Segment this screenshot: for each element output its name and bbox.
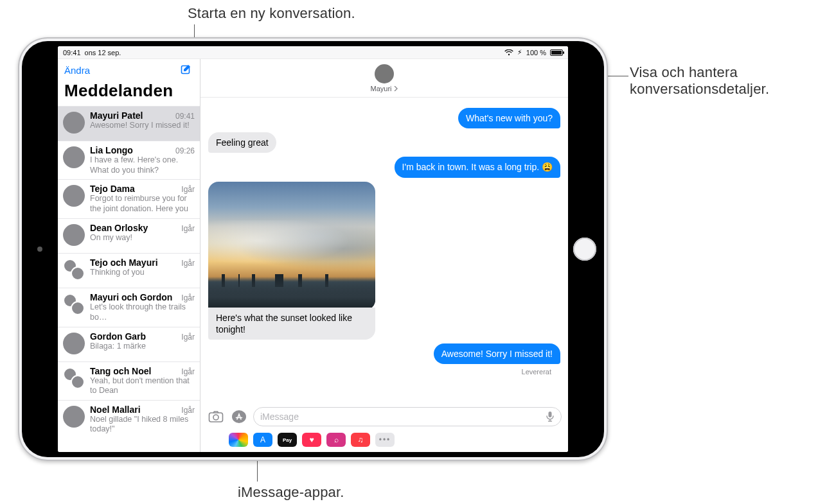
message-received-image: Here's what the sunset looked like tonig… [208, 182, 560, 340]
message-bubble[interactable]: Feeling great [208, 132, 276, 153]
chevron-right-icon [393, 86, 398, 91]
conversation-preview: Forgot to reimburse you for the joint do… [90, 194, 195, 214]
conversation-time: Igår [181, 259, 195, 268]
conversation-preview: Thinking of you [90, 268, 195, 278]
home-button[interactable] [573, 238, 596, 261]
message-bubble[interactable]: I'm back in town. It was a long trip. 😩 [395, 157, 560, 177]
front-camera [37, 247, 42, 252]
avatar [63, 333, 85, 354]
conversation-preview: Noel gillade "I hiked 8 miles today!" [90, 415, 195, 435]
avatar [63, 367, 85, 389]
imessage-app-strip[interactable]: APay♥⌕♫••• [200, 430, 568, 452]
svg-rect-4 [549, 412, 552, 417]
svg-point-3 [232, 410, 246, 423]
conversation-time: Igår [181, 406, 195, 415]
callout-compose: Starta en ny konversation. [188, 5, 355, 22]
ipad-frame: 09:41 ons 12 sep. ⚡︎ 100 % Ändra [18, 37, 608, 461]
conversation-preview: I have a few. Here's one. What do you th… [90, 155, 195, 175]
screen: 09:41 ons 12 sep. ⚡︎ 100 % Ändra [58, 46, 568, 452]
avatar [63, 112, 85, 134]
input-row: iMessage [200, 403, 568, 430]
avatar [63, 293, 85, 315]
conversation-time: Igår [181, 224, 195, 233]
conversation-item[interactable]: Tejo och MayuriIgårThinking of you [58, 253, 200, 288]
avatar [63, 185, 85, 207]
message-bubble[interactable]: Here's what the sunset looked like tonig… [208, 308, 375, 340]
conversation-name: Tang och Noel [90, 366, 151, 376]
avatar [63, 224, 85, 246]
message-placeholder: iMessage [260, 412, 299, 422]
imessage-app-store[interactable]: A [253, 433, 272, 447]
conversation-time: 09:41 [175, 112, 195, 121]
conversation-item[interactable]: Gordon GarbIgårBilaga: 1 märke [58, 327, 200, 361]
appstore-icon [231, 410, 247, 424]
conversation-name: Noel Mallari [90, 404, 141, 415]
conversation-name: Tejo och Mayuri [90, 257, 158, 268]
delivered-label: Levererat [208, 368, 551, 376]
compose-icon [180, 64, 193, 76]
conversation-list[interactable]: Mayuri Patel09:41Awesome! Sorry I missed… [58, 106, 200, 452]
apps-button[interactable] [230, 408, 248, 426]
sidebar: Ändra Meddelanden Mayuri Patel09:41Aweso… [58, 59, 200, 452]
compose-button[interactable] [179, 63, 193, 77]
message-bubble[interactable]: Awesome! Sorry I missed it! [434, 343, 560, 364]
imessage-app-photos[interactable] [229, 433, 248, 447]
message-received: Feeling great [208, 132, 560, 153]
imessage-app-pay[interactable]: Pay [278, 433, 297, 447]
sidebar-title: Meddelanden [58, 80, 200, 106]
message-input[interactable]: iMessage [253, 407, 562, 426]
conversation-preview: Awesome! Sorry I missed it! [90, 121, 195, 131]
avatar [63, 259, 85, 281]
camera-button[interactable] [207, 408, 225, 426]
conversation-preview: Let's look through the trails bo… [90, 302, 195, 322]
conversation-name: Gordon Garb [90, 331, 146, 342]
conversation-preview: On my way! [90, 233, 195, 243]
conversation-header[interactable]: Mayuri [200, 59, 568, 98]
status-bar: 09:41 ons 12 sep. ⚡︎ 100 % [58, 46, 568, 59]
conversation-name: Dean Orlosky [90, 223, 148, 233]
callout-apps: iMessage-appar. [238, 484, 344, 501]
message-list[interactable]: What's new with you? Feeling great I'm b… [200, 98, 568, 403]
conversation-time: Igår [181, 367, 195, 376]
messages-app: Ändra Meddelanden Mayuri Patel09:41Aweso… [58, 59, 568, 452]
conversation-time: Igår [181, 185, 195, 194]
status-charging-icon: ⚡︎ [517, 48, 522, 56]
status-date: ons 12 sep. [85, 49, 121, 56]
conversation-name: Lia Longo [90, 145, 133, 155]
conversation-preview: Yeah, but don't mention that to Dean [90, 376, 195, 396]
conversation-preview: Bilaga: 1 märke [90, 342, 195, 352]
transcript-pane: Mayuri What's new with you? Feeling grea… [200, 59, 568, 452]
conversation-time: 09:26 [175, 146, 195, 155]
sunset-image [208, 182, 375, 310]
contact-name: Mayuri [370, 85, 391, 92]
svg-point-2 [213, 415, 218, 420]
callout-details: Visa och hantera konversationsdetaljer. [630, 64, 816, 98]
imessage-app-heart[interactable]: ♥ [302, 433, 321, 447]
wifi-icon [504, 49, 513, 56]
message-image[interactable] [208, 182, 375, 310]
conversation-item[interactable]: Lia Longo09:26I have a few. Here's one. … [58, 141, 200, 179]
imessage-app-search[interactable]: ⌕ [326, 433, 346, 447]
mic-icon[interactable] [546, 411, 555, 422]
imessage-app-more[interactable]: ••• [375, 433, 395, 447]
conversation-name: Mayuri och Gordon [90, 292, 172, 302]
conversation-item[interactable]: Dean OrloskyIgårOn my way! [58, 218, 200, 253]
message-sent: What's new with you? [208, 108, 560, 128]
conversation-item[interactable]: Mayuri och GordonIgårLet's look through … [58, 288, 200, 326]
conversation-name: Mayuri Patel [90, 110, 143, 121]
message-bubble[interactable]: What's new with you? [458, 108, 560, 128]
conversation-name: Tejo Dama [90, 184, 135, 194]
message-sent: I'm back in town. It was a long trip. 😩 [208, 157, 560, 177]
status-battery-pct: 100 % [526, 49, 546, 56]
conversation-item[interactable]: Noel MallariIgårNoel gillade "I hiked 8 … [58, 400, 200, 439]
message-sent: Awesome! Sorry I missed it! [208, 343, 560, 364]
imessage-app-music[interactable]: ♫ [351, 433, 370, 447]
conversation-item[interactable]: Tejo DamaIgårForgot to reimburse you for… [58, 179, 200, 218]
conversation-item[interactable]: Mayuri Patel09:41Awesome! Sorry I missed… [58, 106, 200, 141]
conversation-item[interactable]: Tang och NoelIgårYeah, but don't mention… [58, 361, 200, 400]
battery-icon [550, 49, 563, 56]
svg-rect-1 [209, 413, 223, 422]
conversation-time: Igår [181, 333, 195, 342]
avatar [63, 406, 85, 428]
edit-button[interactable]: Ändra [64, 65, 90, 76]
